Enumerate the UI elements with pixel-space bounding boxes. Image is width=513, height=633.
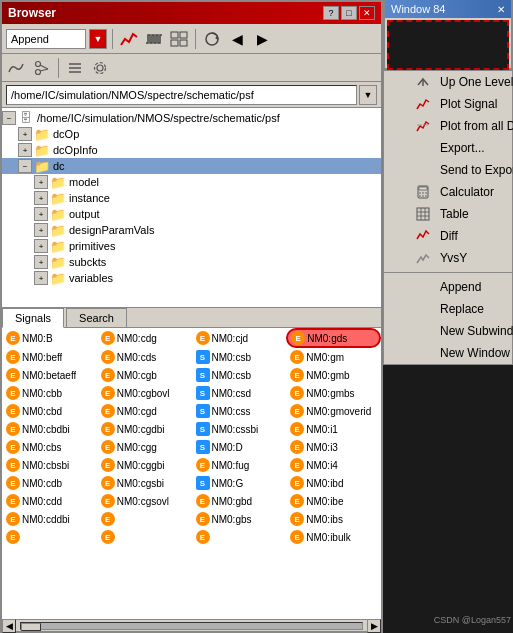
menu-diff[interactable]: Diff	[384, 225, 512, 247]
signal-item[interactable]: ENM0:gmb	[286, 366, 381, 384]
variables-toggle[interactable]: +	[34, 271, 48, 285]
menu-export[interactable]: Export...	[384, 137, 512, 159]
reload-icon[interactable]	[201, 29, 223, 49]
dc-toggle[interactable]: −	[18, 159, 32, 173]
signal-item[interactable]: SNM0:csb	[192, 366, 287, 384]
wave-icon2[interactable]	[6, 58, 28, 78]
dcopinfo-toggle[interactable]: +	[18, 143, 32, 157]
signal-item[interactable]: ENM0:gbd	[192, 492, 287, 510]
menu-up-one-level[interactable]: Up One Level	[384, 71, 512, 93]
list-icon[interactable]	[64, 58, 86, 78]
tab-search[interactable]: Search	[66, 308, 127, 327]
instance-toggle[interactable]: +	[34, 191, 48, 205]
signal-item[interactable]: ENM0:cjd	[192, 328, 287, 348]
signal-item[interactable]: ENM0:gm	[286, 348, 381, 366]
signal-item[interactable]: ENM0:cgb	[97, 366, 192, 384]
signal-item[interactable]: ENM0:cgg	[97, 438, 192, 456]
grid-icon[interactable]	[168, 29, 190, 49]
tree-root[interactable]: − 🗄 /home/IC/simulation/NMOS/spectre/sch…	[2, 110, 381, 126]
signal-item[interactable]: ENM0:cdb	[2, 474, 97, 492]
signal-item[interactable]: ENM0:cbsbi	[2, 456, 97, 474]
scroll-left-btn[interactable]: ◀	[2, 619, 16, 633]
signal-item[interactable]: ENM0:i1	[286, 420, 381, 438]
signal-item[interactable]: ENM0:cbdbi	[2, 420, 97, 438]
menu-plot-signal[interactable]: Plot Signal	[384, 93, 512, 115]
signal-item[interactable]: ENM0:cbs	[2, 438, 97, 456]
menu-plot-all-dbs[interactable]: Plot from all DBs	[384, 115, 512, 137]
signal-item[interactable]: ENM0:gbs	[192, 510, 287, 528]
menu-new-subwindow[interactable]: New Subwindow	[384, 320, 512, 342]
signal-item[interactable]: ENM0:gds	[286, 328, 381, 348]
menu-table[interactable]: Table	[384, 203, 512, 225]
menu-replace[interactable]: Replace	[384, 298, 512, 320]
menu-calculator[interactable]: Calculator	[384, 181, 512, 203]
waveform-icon[interactable]	[143, 29, 165, 49]
path-input[interactable]	[6, 85, 357, 105]
tree-item-output[interactable]: + 📁 output	[2, 206, 381, 222]
primitives-toggle[interactable]: +	[34, 239, 48, 253]
signal-item[interactable]: ENM0:cgdbi	[97, 420, 192, 438]
signal-item[interactable]: ENM0:betaeff	[2, 366, 97, 384]
designparamvals-toggle[interactable]: +	[34, 223, 48, 237]
tree-item-dcop[interactable]: + 📁 dcOp	[2, 126, 381, 142]
forward-icon[interactable]: ▶	[251, 29, 273, 49]
tree-item-designparamvals[interactable]: + 📁 designParamVals	[2, 222, 381, 238]
dcop-toggle[interactable]: +	[18, 127, 32, 141]
tree-item-subckts[interactable]: + 📁 subckts	[2, 254, 381, 270]
menu-yvsy[interactable]: YvsY	[384, 247, 512, 269]
settings-icon[interactable]	[89, 58, 111, 78]
signal-item[interactable]: ENM0:fug	[192, 456, 287, 474]
signal-item[interactable]: ENM0:beff	[2, 348, 97, 366]
signal-item[interactable]: SNM0:D	[192, 438, 287, 456]
tab-signals[interactable]: Signals	[2, 308, 64, 328]
signal-item[interactable]: ENM0:ibs	[286, 510, 381, 528]
scroll-right-btn[interactable]: ▶	[367, 619, 381, 633]
minimize-btn[interactable]: □	[341, 6, 357, 20]
signal-item[interactable]: ENM0:cdd	[2, 492, 97, 510]
close-btn[interactable]: ✕	[359, 6, 375, 20]
root-toggle[interactable]: −	[2, 111, 16, 125]
scissors-icon[interactable]	[31, 58, 53, 78]
menu-new-window[interactable]: New Window	[384, 342, 512, 364]
signal-item[interactable]: ENM0:cbd	[2, 402, 97, 420]
signal-item[interactable]: ENM0:ibd	[286, 474, 381, 492]
tree-item-variables[interactable]: + 📁 variables	[2, 270, 381, 286]
help-btn[interactable]: ?	[323, 6, 339, 20]
path-dropdown-btn[interactable]: ▼	[359, 85, 377, 105]
signal-item[interactable]: SNM0:css	[192, 402, 287, 420]
append-dropdown[interactable]: Append	[6, 29, 86, 49]
scroll-thumb[interactable]	[21, 623, 41, 631]
subckts-toggle[interactable]: +	[34, 255, 48, 269]
signal-item[interactable]: ENM0:i4	[286, 456, 381, 474]
signal-item[interactable]: ENM0:cbb	[2, 384, 97, 402]
signal-item[interactable]: ENM0:cgbovl	[97, 384, 192, 402]
signal-item[interactable]: ENM0:cgsbi	[97, 474, 192, 492]
signal-item[interactable]: SNM0:cssbi	[192, 420, 287, 438]
signal-item[interactable]: ENM0:cddbi	[2, 510, 97, 528]
signal-item[interactable]: ENM0:gmoverid	[286, 402, 381, 420]
signal-item[interactable]: ENM0:cds	[97, 348, 192, 366]
signal-item[interactable]: ENM0:i3	[286, 438, 381, 456]
tree-item-dc[interactable]: − 📁 dc	[2, 158, 381, 174]
menu-send-export-list[interactable]: Send to Export List	[384, 159, 512, 181]
tree-item-dcopinfo[interactable]: + 📁 dcOpInfo	[2, 142, 381, 158]
append-dropdown-arrow[interactable]: ▼	[89, 29, 107, 49]
signal-item[interactable]: ENM0:cggbi	[97, 456, 192, 474]
signal-item[interactable]: E	[97, 528, 192, 546]
signal-item[interactable]: SNM0:csd	[192, 384, 287, 402]
tree-item-primitives[interactable]: + 📁 primitives	[2, 238, 381, 254]
line-chart-icon[interactable]	[118, 29, 140, 49]
signal-item[interactable]: ENM0:cdg	[97, 328, 192, 348]
signal-item[interactable]: ENM0:B	[2, 328, 97, 348]
tree-item-model[interactable]: + 📁 model	[2, 174, 381, 190]
signal-item[interactable]: SNM0:G	[192, 474, 287, 492]
tree-item-instance[interactable]: + 📁 instance	[2, 190, 381, 206]
signal-item[interactable]: E	[97, 510, 192, 528]
output-toggle[interactable]: +	[34, 207, 48, 221]
signal-item[interactable]: ENM0:cgd	[97, 402, 192, 420]
signal-item[interactable]: ENM0:ibulk	[286, 528, 381, 546]
signal-item[interactable]: E	[192, 528, 287, 546]
menu-append[interactable]: Append	[384, 276, 512, 298]
signal-item[interactable]: ENM0:gmbs	[286, 384, 381, 402]
signal-item[interactable]: E	[2, 528, 97, 546]
